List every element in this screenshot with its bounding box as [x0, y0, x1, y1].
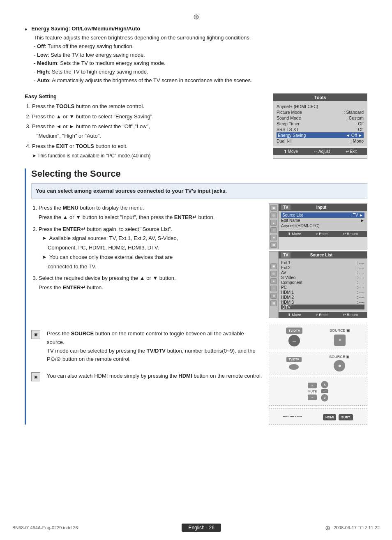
selecting-source-section: Selecting the Source You can select amon… [25, 168, 367, 425]
date-info: 2008-03-17 □□ 2:11:22 [334, 525, 380, 530]
side-icon-s6: ▦ [270, 300, 277, 306]
page-number-box: English - 26 [182, 524, 221, 532]
src-row-hdmi3: HDMI3: ---- [281, 300, 364, 305]
source-btn-2: ⊕ [334, 360, 345, 372]
easy-setting-text: Easy Setting Press the TOOLS button on t… [25, 93, 265, 159]
remote-btns-row: ▪▪▪▪▪ ▪▪▪▪ ▪ ▪▪▪▪ [283, 415, 302, 418]
input-row-anynet: Anynet+(HDMI-CEC) [281, 223, 364, 228]
remote-diagram-4: ▪▪▪▪▪ ▪▪▪▪ ▪ ▪▪▪▪ HDMI SUBT. [269, 408, 367, 425]
panels-column: ▣ ◎ ● ☆ ◈ ▦ TV Input [269, 203, 367, 318]
easy-setting-note: ➤ This function is not available in "PC"… [32, 153, 265, 159]
src-row-dtv: DTV [281, 305, 364, 309]
tools-panel: Tools Anynet+ (HDMI-CEC) Picture Mode : … [273, 93, 367, 159]
selecting-steps-list: Press the MENU button to display the men… [39, 203, 262, 293]
source-list-panel-wrapper: ▣ ◎ ● ☆ ◈ ▦ TV Source List [269, 251, 367, 318]
note2-row: ▣ You can also watch HDMI mode simply by… [31, 372, 262, 381]
side-icon-6: ▦ [270, 242, 277, 248]
energy-item-1: - Low: Sets the TV to low energy saving … [34, 51, 367, 60]
note1-section: ▣ Press the SOURCE button on the remote … [31, 325, 367, 425]
select-step-1: Press the MENU button to display the men… [39, 203, 262, 222]
side-icon-s1: ▣ [270, 263, 277, 269]
energy-item-2: - Medium: Sets the TV to medium energy s… [34, 59, 367, 68]
tools-panel-title: Tools [314, 95, 326, 100]
tools-row-sound: Sound Mode : Custom [277, 115, 364, 121]
input-panel: TV Input Source List : TV ► Edit Name [278, 203, 367, 249]
tools-panel-body: Anynet+ (HDMI-CEC) Picture Mode : Standa… [273, 101, 367, 146]
note1-icon: ▣ [31, 330, 40, 339]
tvdtv-btn-2: TV/DTV [286, 357, 302, 362]
source-list-footer: ⬆ Move ↵Enter ↩ Return [279, 312, 367, 318]
tools-panel-footer: ⬆ Move ↔ Adjust ↩ Exit [273, 148, 367, 155]
select-step-3: Select the required device by pressing t… [39, 274, 262, 293]
remote-diagrams-column: TV/DTV — SOURCE ▣ ⊕ TV/DTV SOURCE [269, 325, 367, 425]
tools-panel-header: Tools [273, 94, 367, 101]
energy-description: This feature adjusts the screen brightne… [34, 35, 251, 41]
source-list-panel: TV Source List Ext.1: ---- Ext.2: ---- A… [278, 251, 367, 318]
src-row-svideo: S-Video: ---- [281, 275, 364, 280]
src-row-av: AV: ---- [281, 270, 364, 275]
input-row-source: Source List : TV ► [281, 212, 364, 218]
src-row-hdmi1: HDMI1: ---- [281, 290, 364, 295]
src-enter-label: ↵Enter [316, 313, 328, 317]
arrow-btns: ∧ ↵ ∨ [321, 381, 328, 402]
energy-item-3: - High: Sets the TV to high energy savin… [34, 68, 367, 76]
energy-saving-title: Energy Saving: Off/Low/Medium/High/Auto [31, 25, 140, 32]
source-list-body: Ext.1: ---- Ext.2: ---- AV: ---- S-Video… [279, 258, 367, 311]
input-move-label: ⬆ Move [288, 232, 301, 236]
src-move-label: ⬆ Move [288, 313, 301, 317]
energy-saving-section: ♦ Energy Saving: Off/Low/Medium/High/Aut… [25, 25, 367, 85]
side-icon-5: ◈ [270, 235, 277, 240]
tvdtv-circle: — [288, 335, 300, 346]
input-enter-label: ↵Enter [316, 232, 328, 236]
remote-diagram-3: + MUTE − ∧ ↵ ∨ [269, 377, 367, 406]
side-icon-4: ☆ [270, 227, 277, 233]
input-return-label: ↩ Return [343, 232, 358, 236]
src-row-hdmi2: HDMI2: ---- [281, 295, 364, 300]
tools-adjust-label: ↔ Adjust [314, 149, 330, 154]
energy-saving-body: This feature adjusts the screen brightne… [34, 34, 367, 85]
subt-btn: SUBT. [339, 414, 353, 420]
selecting-content: Press the MENU button to display the men… [31, 203, 367, 318]
source-btn-1: ⊕ [334, 335, 346, 346]
side-icon-s5: ◈ [270, 293, 277, 299]
note2-text: You can also watch HDMI mode simply by p… [47, 372, 262, 381]
input-panel-wrapper: ▣ ◎ ● ☆ ◈ ▦ TV Input [269, 203, 367, 249]
tools-row-srs: SRS TS XT : Off [277, 127, 364, 132]
source-tv-label: TV [281, 252, 291, 258]
easy-step-3: Press the ◄ or ► button to select the "O… [32, 122, 265, 141]
side-icon-1: ▣ [270, 205, 277, 211]
input-tv-label: TV [281, 205, 291, 210]
tools-row-sleep: Sleep Timer : Off [277, 121, 364, 127]
easy-step-2: Press the ▲ or ▼ button to select "Energ… [32, 112, 265, 122]
input-panel-title: Input [291, 205, 352, 210]
note1-row: ▣ Press the SOURCE button on the remote … [31, 330, 262, 364]
select-step-2: Press the ENTER↵ button again, to select… [39, 225, 262, 272]
tools-row-anynet: Anynet+ (HDMI-CEC) [277, 104, 364, 109]
top-compass-icon: ⊕ [25, 12, 367, 21]
remote-source-group: SOURCE ▣ ⊕ [330, 328, 350, 346]
remote-diagram-2: TV/DTV SOURCE ▣ ⊕ [269, 352, 367, 374]
tools-row-dual: Dual I-II : Mono [277, 138, 364, 144]
side-icon-s3: ● [270, 278, 277, 284]
remote-source2-group: SOURCE ▣ ⊕ [329, 355, 350, 372]
energy-item-0: - Off: Turns off the energy saving funct… [34, 42, 367, 51]
note2-icon: ▣ [31, 372, 40, 381]
energy-item-4: - Auto: Automatically adjusts the bright… [34, 76, 367, 85]
tvdtv-btn: TV/DTV [286, 328, 302, 334]
src-row-ext1: Ext.1: ---- [281, 260, 364, 265]
page-container: ⊕ ♦ Energy Saving: Off/Low/Medium/High/A… [0, 0, 392, 540]
easy-setting-title: Easy Setting [25, 93, 265, 99]
easy-setting-steps: Press the TOOLS button on the remote con… [32, 102, 265, 151]
input-panel-header: TV Input [279, 204, 367, 211]
side-icon-s4: ☆ [270, 286, 277, 291]
side-icon-3: ● [270, 220, 277, 226]
file-info: BN68-01464A-Eng-0229.indd 26 [12, 525, 78, 530]
tools-exit-label: ↩ Exit [346, 149, 357, 154]
source-list-title: Source List [291, 253, 352, 257]
source-list-header: TV Source List [279, 252, 367, 258]
vol-up-btn: + MUTE − [308, 383, 317, 400]
input-row-edit: Edit Name ► [281, 218, 364, 223]
remote-tv-oval [289, 364, 299, 370]
page-footer: BN68-01464A-Eng-0229.indd 26 English - 2… [0, 524, 392, 532]
side-icon-s2: ◎ [270, 271, 277, 277]
